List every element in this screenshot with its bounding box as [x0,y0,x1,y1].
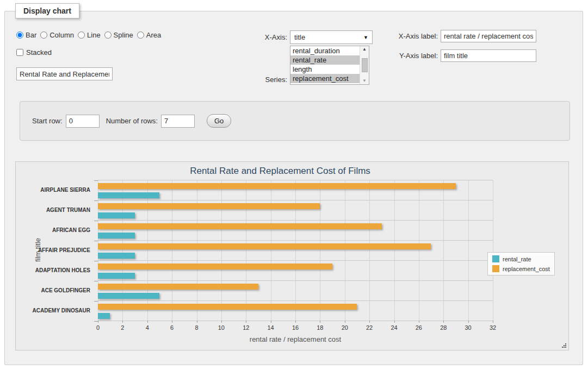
series-option-replacement_cost[interactable]: replacement_cost [290,74,360,83]
num-rows-label: Number of rows: [106,117,158,125]
bar-replacement_cost [98,264,332,269]
chart-type-option-column[interactable]: Column [40,31,74,39]
scrollbar-thumb[interactable] [362,58,368,72]
x-axis-select[interactable]: title ▼ [290,30,373,44]
category-band [98,221,493,241]
start-row-input[interactable] [66,115,100,128]
series-listbox[interactable]: rental_durationrental_ratelengthreplacem… [290,46,369,85]
x-axis-tick [271,321,271,323]
chart-type-option-area[interactable]: Area [137,31,161,39]
y-axis-tick [94,321,98,322]
x-tick-label: 8 [195,324,198,331]
scroll-up-icon[interactable]: ▲ [362,47,367,52]
chart-type-radio-area[interactable] [137,32,144,39]
x-axis-label-row: X-Axis label: [389,30,536,42]
go-button[interactable]: Go [207,114,231,128]
legend-item-rental_rate[interactable]: rental_rate [492,255,550,262]
bar-replacement_cost [98,243,431,249]
y-axis-tick [94,180,98,181]
x-axis-tick [197,321,197,323]
x-tick-label: 30 [465,324,472,331]
legend-label: rental_rate [503,256,531,262]
start-row-label: Start row: [32,117,63,125]
gridline [493,180,493,321]
legend-item-replacement_cost[interactable]: replacement_cost [492,265,550,272]
legend-swatch [492,255,499,262]
bar-replacement_cost [98,284,258,290]
display-chart-page: Display chart BarColumnLineSplineArea St… [0,0,588,370]
x-axis-caption: X-Axis: [239,33,290,41]
chart-legend: rental_ratereplacement_cost [487,252,555,275]
x-tick-label: 20 [342,324,348,331]
chart-type-option-spline[interactable]: Spline [104,31,133,39]
stacked-label: Stacked [26,48,52,57]
x-tick-label: 14 [268,324,274,331]
chart-type-radio-column[interactable] [40,32,47,39]
series-caption: Series: [239,76,290,84]
category-band [98,200,493,221]
chart-type-option-bar[interactable]: Bar [16,31,36,39]
y-axis-tick [94,281,98,281]
chart-type-radio-bar[interactable] [16,32,23,39]
x-tick-label: 4 [146,324,149,331]
x-axis-tick [122,321,123,323]
x-tick-label: 16 [292,324,299,331]
x-tick-label: 24 [391,324,397,331]
x-axis-title: rental rate / replacement cost [98,335,493,343]
chart-type-radio-spline[interactable] [104,32,112,39]
stacked-option[interactable]: Stacked [16,48,52,57]
legend-swatch [492,265,499,272]
category-label: ACE GOLDFINGER [16,280,94,300]
series-scrollbar[interactable]: ▲ ▼ [360,46,369,84]
y-axis-label-input[interactable] [441,49,536,62]
stacked-checkbox[interactable] [16,49,23,56]
x-axis-label-input[interactable] [441,30,536,42]
chevron-down-icon: ▼ [363,35,368,40]
x-tick-label: 12 [243,324,249,331]
x-axis-tick [345,321,345,323]
category-label: AIRPLANE SIERRA [16,180,94,200]
x-tick-label: 10 [218,324,225,331]
category-label: ADAPTATION HOLES [16,260,94,280]
x-axis-tick [295,321,296,323]
y-axis-label-row: Y-Axis label: [389,49,536,62]
series-option-rental_duration[interactable]: rental_duration [290,46,360,55]
x-axis-tick [468,321,469,323]
chart-type-radios: BarColumnLineSplineArea [16,31,165,39]
series-option-length[interactable]: length [290,65,360,74]
x-axis-tick [320,321,320,323]
bar-rental_rate [98,313,110,319]
y-axis-tick [94,261,98,261]
y-axis-tick [94,221,98,221]
bar-rental_rate [98,293,159,299]
chart-container: Rental Rate and Replacement Cost of Film… [15,161,569,350]
bar-replacement_cost [98,304,357,310]
y-axis-category-labels: AIRPLANE SIERRAAGENT TRUMANAFRICAN EGGAF… [16,180,94,321]
x-axis-label-caption: X-Axis label: [389,32,441,40]
y-axis-tick [94,200,98,201]
x-tick-label: 28 [440,324,447,331]
category-band [98,180,493,200]
chart-type-radio-line[interactable] [78,32,85,39]
x-axis-row: X-Axis: title ▼ [239,30,373,44]
rows-panel: Start row: Number of rows: Go [20,101,570,141]
category-band [98,261,493,281]
y-axis-tick [94,301,98,302]
bar-replacement_cost [98,183,456,189]
x-axis-tick [172,321,172,323]
legend-label: replacement_cost [503,266,550,272]
x-axis-ticks: 02468101214161820222426283032 [98,321,493,335]
scroll-down-icon[interactable]: ▼ [362,79,367,83]
resize-grip-icon[interactable] [561,343,567,348]
x-tick-label: 22 [366,324,373,331]
x-tick-label: 26 [416,324,422,331]
bar-rental_rate [98,233,135,239]
num-rows-input[interactable] [161,115,195,128]
series-option-rental_rate[interactable]: rental_rate [290,55,360,65]
chart-title-input[interactable] [16,67,113,80]
bar-rental_rate [98,212,135,218]
chart-type-option-line[interactable]: Line [78,31,101,39]
x-tick-label: 32 [490,324,496,331]
x-tick-label: 2 [121,324,124,331]
category-label: ACADEMY DINOSAUR [16,300,94,321]
